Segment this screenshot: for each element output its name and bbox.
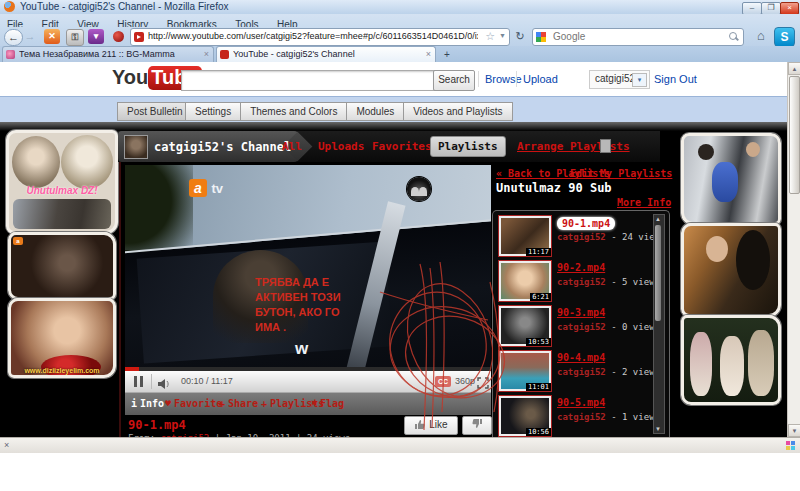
account-caret-icon[interactable]: ▾ (632, 73, 647, 87)
post-bulletin-button[interactable]: Post Bulletin (117, 102, 193, 121)
more-info-link[interactable]: More Info (617, 197, 671, 208)
video-action-bar: iInfo ♥Favorite +Share +Playlists ⚑Flag (125, 393, 491, 415)
search-magnifier-icon[interactable] (729, 32, 739, 42)
modules-button[interactable]: Modules (347, 102, 404, 121)
youtube-favicon (134, 32, 144, 42)
google-icon (536, 32, 546, 42)
youtube-header: YouTube Search Browse Upload catgigi52 ▾… (0, 62, 800, 96)
channel-page: Unutulmax DZ! a www.diziizleyelim.com ca… (0, 122, 787, 437)
tab-bg-mamma[interactable]: Тема Незабравима 211 :: BG-Mamma × (2, 46, 214, 62)
channel-admin-bar: Post Bulletin Settings Themes and Colors… (0, 96, 800, 123)
playlist-item-title-selected[interactable]: 90-1.mp4 (557, 217, 615, 230)
collapse-box[interactable] (600, 139, 611, 153)
tab-close-icon[interactable]: × (204, 49, 209, 59)
playlist-item-meta: catgigi52 - 1 views (557, 412, 660, 422)
window-title: YouTube - catgigi52's Channel - Mozilla … (20, 1, 229, 12)
back-button[interactable]: ← (4, 29, 23, 46)
playlist-item-title[interactable]: 90-3.mp4 (557, 307, 605, 318)
flag-button[interactable]: ⚑Flag (311, 398, 344, 409)
url-bar[interactable]: http://www.youtube.com/user/catgigi52?fe… (130, 28, 510, 46)
scroll-up-icon[interactable]: ▲ (788, 62, 800, 75)
divider (151, 374, 152, 389)
addon-bar: × (0, 437, 800, 453)
scrollbar-thumb[interactable] (789, 76, 800, 194)
settings-button[interactable]: Settings (185, 102, 241, 121)
url-dropdown-icon[interactable]: ▼ (499, 32, 506, 39)
video-thumbnail[interactable]: 11:01 (499, 351, 551, 391)
new-tab-button[interactable]: + (438, 48, 456, 63)
account-menu[interactable]: catgigi52 ▾ (589, 70, 650, 89)
atv-logo: a tv (189, 179, 223, 199)
tab-playlists-active[interactable]: Playlists (430, 136, 506, 157)
arrange-playlists-link[interactable]: Arrange Playlists (517, 140, 630, 153)
pause-button[interactable] (133, 376, 145, 387)
addon-bar-close-icon[interactable]: × (4, 440, 9, 450)
forward-button[interactable]: → (23, 29, 37, 44)
home-button[interactable]: ⌂ (752, 28, 770, 44)
record-extension-icon[interactable] (110, 29, 126, 44)
scroll-down-icon[interactable]: ▼ (788, 424, 800, 437)
scroll-up-icon[interactable]: ▲ (654, 216, 662, 222)
playlist-item-title[interactable]: 90-2.mp4 (557, 262, 605, 273)
dislike-button[interactable] (462, 416, 492, 435)
scroll-down-icon[interactable]: ▼ (654, 426, 662, 432)
quality-label[interactable]: 360p (455, 376, 475, 386)
tab-favorites[interactable]: Favorites (372, 140, 432, 153)
fullscreen-icon[interactable] (477, 375, 489, 393)
themes-colors-button[interactable]: Themes and Colors (241, 102, 347, 121)
playlist-item[interactable]: 10:53 90-3.mp4 catgigi52 - 0 views (499, 306, 649, 348)
reload-button[interactable]: ↻ (512, 29, 528, 44)
youtube-search-input[interactable] (181, 70, 435, 91)
playlist-item-title[interactable]: 90-4.mp4 (557, 352, 605, 363)
share-button[interactable]: +Share (219, 398, 258, 409)
like-button[interactable]: Like (404, 416, 458, 435)
avatar[interactable] (124, 135, 148, 159)
upload-link[interactable]: Upload (523, 73, 558, 85)
playlist-item[interactable]: 6:21 90-2.mp4 catgigi52 - 5 views (499, 261, 649, 303)
videos-playlists-button[interactable]: Videos and Playlists (404, 102, 512, 121)
playlist-item-title[interactable]: 90-5.mp4 (557, 397, 605, 408)
tab-close-icon[interactable]: × (426, 49, 431, 59)
video-title: 90-1.mp4 (128, 418, 186, 432)
tab-all[interactable]: All (282, 140, 302, 153)
diamond-extension-icon[interactable]: ▾ (88, 29, 104, 44)
left-collage-family-photo: Unutulmax DZ! (6, 130, 118, 234)
tab-youtube-active[interactable]: YouTube - catgigi52's Channel × (216, 46, 436, 62)
video-player[interactable]: a tv ТРЯБВА ДА Е АКТИВЕН ТОЗИ БУТОН, АКО… (125, 165, 491, 367)
playlist-item[interactable]: 10:56 90-5.mp4 catgigi52 - 1 views (499, 396, 649, 437)
divider (478, 71, 479, 87)
skype-icon[interactable]: S (774, 27, 795, 47)
video-thumbnail[interactable]: 11:17 (499, 216, 551, 256)
favorite-button[interactable]: ♥Favorite (165, 398, 222, 409)
playlist-scrollbar[interactable]: ▲ ▼ (653, 214, 665, 434)
playlist-title: Unutulmaz 90 Sub (496, 181, 612, 195)
lock-icon[interactable]: ⚿ (66, 29, 84, 46)
addon-widget-icon[interactable] (786, 441, 795, 450)
tab-info[interactable]: iInfo (131, 398, 164, 409)
playlist-item[interactable]: 11:17 90-1.mp4 catgigi52 - 24 views (499, 216, 649, 258)
collage-caption: Unutulmax DZ! (9, 185, 115, 196)
playlist-item-meta: catgigi52 - 2 views (557, 367, 660, 377)
right-collage-group-photo (681, 315, 781, 405)
youtube-search-button[interactable]: Search (433, 70, 475, 91)
edit-my-playlists-link[interactable]: Edit My Playlists (570, 168, 672, 179)
url-text[interactable]: http://www.youtube.com/user/catgigi52?fe… (148, 31, 478, 41)
google-search-input[interactable] (551, 30, 715, 43)
sign-out-link[interactable]: Sign Out (654, 73, 697, 85)
channel-watermark-icon (407, 177, 431, 201)
playlist-item[interactable]: 11:01 90-4.mp4 catgigi52 - 2 views (499, 351, 649, 393)
atv-chip: a (13, 237, 23, 245)
screenshot-root: YouTube - catgigi52's Channel - Mozilla … (0, 0, 800, 491)
google-search-box[interactable] (532, 28, 744, 46)
bookmark-star-icon[interactable]: ☆ (485, 30, 495, 43)
cc-button[interactable]: CC (435, 376, 451, 387)
scrollbar-thumb[interactable] (655, 225, 661, 321)
tab-uploads[interactable]: Uploads (318, 140, 364, 153)
browser-scrollbar[interactable]: ▲ ▼ (787, 62, 800, 437)
x-extension-icon[interactable]: ✕ (44, 29, 60, 44)
video-thumbnail[interactable]: 6:21 (499, 261, 551, 301)
channel-title: catgigi52's Channel (154, 140, 291, 154)
video-thumbnail[interactable]: 10:53 (499, 306, 551, 346)
volume-icon[interactable] (157, 376, 171, 394)
video-thumbnail[interactable]: 10:56 (499, 396, 551, 436)
